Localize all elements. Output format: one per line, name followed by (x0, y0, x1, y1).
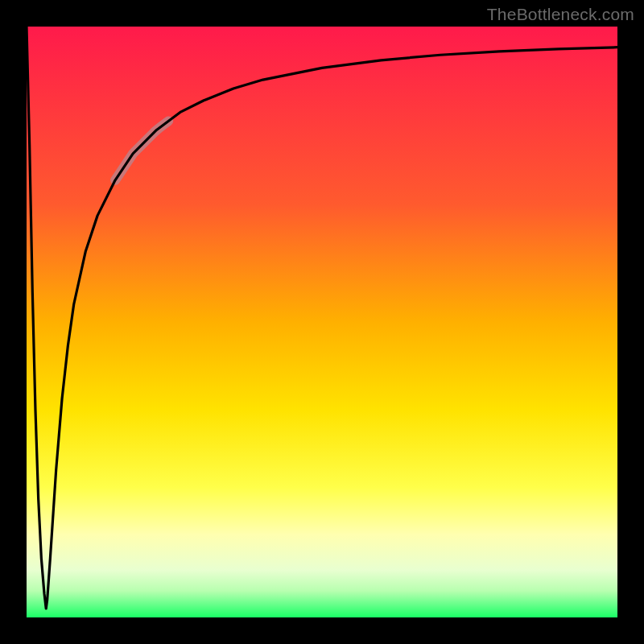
curve-layer (27, 27, 617, 617)
bottleneck-curve (27, 27, 617, 609)
chart-frame: TheBottleneck.com (0, 0, 644, 644)
plot-area (27, 27, 617, 617)
watermark-text: TheBottleneck.com (487, 5, 634, 24)
highlight-segment (115, 121, 168, 180)
